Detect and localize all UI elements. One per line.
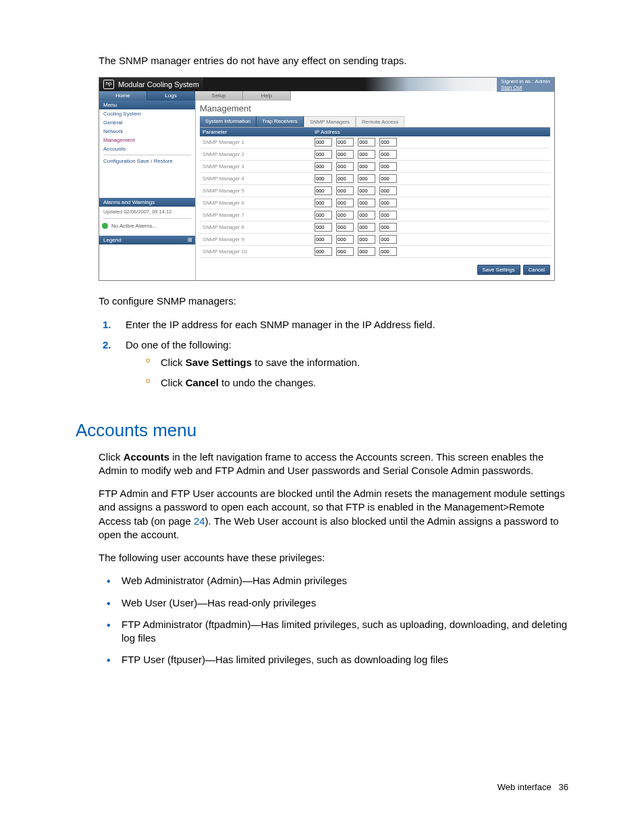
ip-dot: . (355, 212, 356, 218)
ip-dot: . (377, 151, 378, 157)
ip-octet-input[interactable] (358, 235, 375, 244)
ip-dot: . (333, 188, 335, 194)
ip-octet-input[interactable] (315, 199, 332, 207)
ip-octet-input[interactable] (379, 211, 397, 219)
ip-octet-input[interactable] (379, 174, 397, 183)
snmp-row-label: SNMP Manager 2 (200, 151, 312, 157)
ip-octet-input[interactable] (379, 199, 397, 207)
ip-octet-input[interactable] (336, 199, 354, 207)
no-active-alarms: No Active Alarms... (99, 220, 195, 236)
ip-octet-input[interactable] (379, 150, 397, 159)
ip-octet-input[interactable] (358, 162, 375, 171)
ip-octet-input[interactable] (315, 211, 332, 219)
ip-dot: . (377, 176, 378, 182)
ip-octet-input[interactable] (358, 199, 375, 207)
page-24-link[interactable]: 24 (194, 515, 205, 527)
ip-dot: . (377, 249, 378, 255)
ip-octet-input[interactable] (358, 247, 375, 256)
ip-octet-input[interactable] (336, 211, 354, 219)
tab-snmp-managers[interactable]: SNMP Managers (304, 116, 356, 127)
ip-octet-input[interactable] (315, 138, 332, 147)
hp-logo-icon: hp (103, 80, 114, 89)
snmp-row-label: SNMP Manager 6 (200, 200, 312, 206)
snmp-row: SNMP Manager 2... (200, 149, 550, 161)
sign-out-link[interactable]: Sign Out (501, 84, 550, 90)
sidebar-item-cooling-system[interactable]: Cooling System (99, 109, 195, 118)
ip-octet-input[interactable] (379, 138, 397, 147)
snmp-row-ip: ... (312, 162, 550, 171)
page: The SNMP manager entries do not have any… (0, 0, 644, 834)
footer-label: Web interface (498, 782, 552, 792)
shot-header-bg (203, 78, 497, 91)
alarm-ok-icon (102, 223, 108, 229)
ip-octet-input[interactable] (379, 223, 397, 232)
ip-octet-input[interactable] (315, 174, 332, 183)
step-2b-bold: Cancel (186, 377, 219, 388)
snmp-rows: SNMP Manager 1...SNMP Manager 2...SNMP M… (200, 136, 550, 258)
snmp-row: SNMP Manager 5... (200, 185, 550, 197)
ip-dot: . (355, 176, 356, 182)
snmp-row-label: SNMP Manager 8 (200, 224, 312, 230)
ip-dot: . (377, 200, 378, 206)
ip-octet-input[interactable] (315, 150, 332, 159)
ip-dot: . (333, 249, 335, 255)
snmp-row-label: SNMP Manager 9 (200, 236, 312, 242)
ip-octet-input[interactable] (358, 150, 375, 159)
shot-app-title-text: Modular Cooling System (118, 80, 199, 88)
ip-dot: . (333, 212, 335, 218)
snmp-row-label: SNMP Manager 7 (200, 212, 312, 218)
tab-system-information[interactable]: System Information (200, 116, 257, 127)
snmp-row: SNMP Manager 6... (200, 197, 550, 209)
sidebar-legend-header[interactable]: Legend (99, 236, 195, 244)
steps-list: Enter the IP address for each SNMP manag… (103, 318, 568, 404)
ip-dot: . (333, 139, 335, 145)
tab-help[interactable]: Help (243, 91, 291, 101)
ip-octet-input[interactable] (336, 247, 354, 256)
ip-dot: . (355, 163, 356, 170)
tab-trap-receivers[interactable]: Trap Receivers (257, 116, 304, 127)
ip-octet-input[interactable] (358, 174, 375, 183)
sidebar: Menu Cooling System General Network Mana… (99, 101, 196, 280)
ip-octet-input[interactable] (358, 211, 375, 219)
ip-dot: . (355, 236, 356, 242)
sidebar-item-accounts[interactable]: Accounts (99, 145, 195, 153)
ip-octet-input[interactable] (315, 235, 332, 244)
snmp-row: SNMP Manager 1... (200, 136, 550, 149)
sidebar-item-config-save-restore[interactable]: Configuration Save / Restore (99, 157, 195, 165)
ip-octet-input[interactable] (358, 138, 375, 147)
cancel-button[interactable]: Cancel (523, 265, 550, 275)
ip-octet-input[interactable] (336, 223, 354, 232)
ip-octet-input[interactable] (379, 235, 397, 244)
ip-octet-input[interactable] (336, 174, 354, 183)
ip-dot: . (377, 236, 378, 242)
tab-home[interactable]: Home (99, 91, 147, 101)
sidebar-item-network[interactable]: Network (99, 127, 195, 136)
ip-octet-input[interactable] (336, 235, 354, 244)
ip-octet-input[interactable] (336, 162, 354, 171)
save-settings-button[interactable]: Save Settings (477, 265, 520, 275)
ip-dot: . (355, 200, 356, 206)
ip-octet-input[interactable] (336, 138, 354, 147)
ip-octet-input[interactable] (315, 162, 332, 171)
tab-logs[interactable]: Logs (147, 91, 195, 101)
col-ipaddress: IP Address (312, 128, 550, 136)
snmp-row: SNMP Manager 3... (200, 161, 550, 173)
sidebar-item-management[interactable]: Management (99, 136, 195, 145)
sidebar-item-general[interactable]: General (99, 118, 195, 127)
top-tabs: Home Logs Setup Help (99, 91, 554, 101)
ip-octet-input[interactable] (315, 247, 332, 256)
tab-setup[interactable]: Setup (195, 91, 243, 101)
ip-octet-input[interactable] (379, 162, 397, 171)
snmp-row-ip: ... (312, 138, 550, 147)
snmp-row-ip: ... (312, 247, 550, 256)
ip-octet-input[interactable] (315, 186, 332, 195)
ip-octet-input[interactable] (358, 223, 375, 232)
ip-octet-input[interactable] (358, 186, 375, 195)
ip-octet-input[interactable] (315, 223, 332, 232)
ip-octet-input[interactable] (336, 150, 354, 159)
ip-octet-input[interactable] (336, 186, 354, 195)
ip-octet-input[interactable] (379, 186, 397, 195)
tab-remote-access[interactable]: Remote Access (356, 116, 404, 127)
ip-octet-input[interactable] (379, 247, 397, 256)
step-1: Enter the IP address for each SNMP manag… (103, 318, 568, 338)
